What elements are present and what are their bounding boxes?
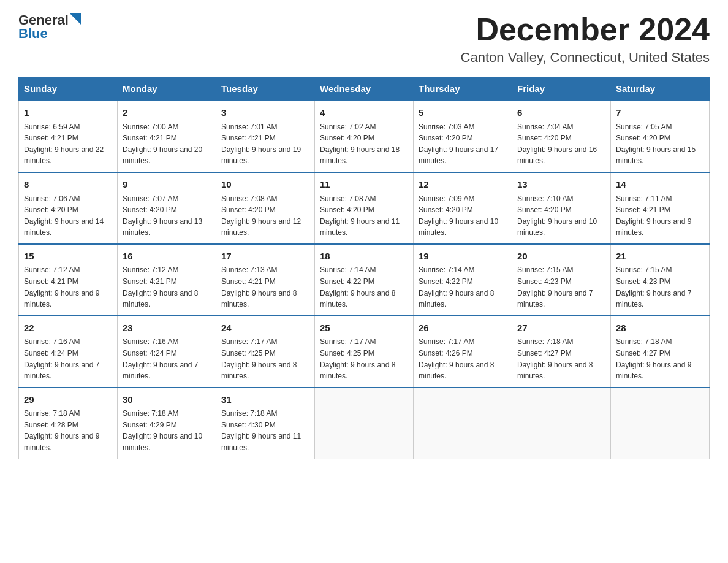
day-number: 11 xyxy=(320,178,408,192)
day-number: 18 xyxy=(320,250,408,264)
calendar-cell: 11Sunrise: 7:08 AMSunset: 4:20 PMDayligh… xyxy=(315,172,414,244)
day-info: Sunrise: 7:18 AMSunset: 4:29 PMDaylight:… xyxy=(123,408,211,453)
day-info: Sunrise: 7:18 AMSunset: 4:28 PMDaylight:… xyxy=(24,408,112,453)
day-number: 15 xyxy=(24,250,112,264)
calendar-cell: 7Sunrise: 7:05 AMSunset: 4:20 PMDaylight… xyxy=(611,101,710,172)
calendar-cell: 21Sunrise: 7:15 AMSunset: 4:23 PMDayligh… xyxy=(611,244,710,316)
calendar-cell: 31Sunrise: 7:18 AMSunset: 4:30 PMDayligh… xyxy=(216,388,315,459)
calendar-cell: 27Sunrise: 7:18 AMSunset: 4:27 PMDayligh… xyxy=(512,316,611,388)
calendar-cell: 2Sunrise: 7:00 AMSunset: 4:21 PMDaylight… xyxy=(118,101,216,172)
day-info: Sunrise: 7:17 AMSunset: 4:26 PMDaylight:… xyxy=(419,336,507,381)
calendar-cell: 25Sunrise: 7:17 AMSunset: 4:25 PMDayligh… xyxy=(315,316,414,388)
day-number: 6 xyxy=(517,106,605,120)
calendar-cell: 23Sunrise: 7:16 AMSunset: 4:24 PMDayligh… xyxy=(118,316,216,388)
day-info: Sunrise: 7:11 AMSunset: 4:21 PMDaylight:… xyxy=(616,193,704,239)
day-number: 25 xyxy=(320,321,408,335)
calendar-week-row: 1Sunrise: 6:59 AMSunset: 4:21 PMDaylight… xyxy=(19,101,710,172)
day-info: Sunrise: 7:00 AMSunset: 4:21 PMDaylight:… xyxy=(123,121,211,167)
day-number: 13 xyxy=(517,178,605,192)
day-number: 7 xyxy=(616,106,704,120)
calendar-body: 1Sunrise: 6:59 AMSunset: 4:21 PMDaylight… xyxy=(19,101,710,459)
day-info: Sunrise: 7:14 AMSunset: 4:22 PMDaylight:… xyxy=(419,264,507,310)
calendar-cell: 29Sunrise: 7:18 AMSunset: 4:28 PMDayligh… xyxy=(19,388,118,459)
col-header-saturday: Saturday xyxy=(611,77,710,101)
calendar-cell: 3Sunrise: 7:01 AMSunset: 4:21 PMDaylight… xyxy=(216,101,315,172)
day-number: 10 xyxy=(221,178,309,192)
calendar-cell xyxy=(315,388,414,459)
calendar-cell: 19Sunrise: 7:14 AMSunset: 4:22 PMDayligh… xyxy=(414,244,512,316)
day-info: Sunrise: 7:17 AMSunset: 4:25 PMDaylight:… xyxy=(320,336,408,381)
day-number: 17 xyxy=(221,250,309,264)
day-number: 22 xyxy=(24,321,112,335)
location-title: Canton Valley, Connecticut, United State… xyxy=(461,50,710,66)
logo-blue-text: Blue xyxy=(18,26,48,41)
day-number: 16 xyxy=(123,250,211,264)
day-number: 21 xyxy=(616,250,704,264)
day-info: Sunrise: 7:13 AMSunset: 4:21 PMDaylight:… xyxy=(221,264,309,310)
day-number: 9 xyxy=(123,178,211,192)
calendar-cell: 30Sunrise: 7:18 AMSunset: 4:29 PMDayligh… xyxy=(118,388,216,459)
day-number: 14 xyxy=(616,178,704,192)
calendar-cell xyxy=(512,388,611,459)
day-number: 4 xyxy=(320,106,408,120)
day-info: Sunrise: 7:04 AMSunset: 4:20 PMDaylight:… xyxy=(517,121,605,167)
day-info: Sunrise: 7:15 AMSunset: 4:23 PMDaylight:… xyxy=(517,264,605,310)
calendar-cell: 1Sunrise: 6:59 AMSunset: 4:21 PMDaylight… xyxy=(19,101,118,172)
day-number: 2 xyxy=(123,106,211,120)
calendar-week-row: 15Sunrise: 7:12 AMSunset: 4:21 PMDayligh… xyxy=(19,244,710,316)
day-info: Sunrise: 7:05 AMSunset: 4:20 PMDaylight:… xyxy=(616,121,704,167)
day-number: 28 xyxy=(616,321,704,335)
day-info: Sunrise: 7:18 AMSunset: 4:27 PMDaylight:… xyxy=(517,336,605,381)
calendar-week-row: 29Sunrise: 7:18 AMSunset: 4:28 PMDayligh… xyxy=(19,388,710,459)
day-info: Sunrise: 7:01 AMSunset: 4:21 PMDaylight:… xyxy=(221,121,309,167)
day-number: 27 xyxy=(517,321,605,335)
day-info: Sunrise: 7:08 AMSunset: 4:20 PMDaylight:… xyxy=(221,193,309,239)
day-info: Sunrise: 7:07 AMSunset: 4:20 PMDaylight:… xyxy=(123,193,211,239)
day-number: 1 xyxy=(24,106,112,120)
day-info: Sunrise: 7:14 AMSunset: 4:22 PMDaylight:… xyxy=(320,264,408,310)
day-info: Sunrise: 7:12 AMSunset: 4:21 PMDaylight:… xyxy=(123,264,211,310)
day-info: Sunrise: 7:18 AMSunset: 4:30 PMDaylight:… xyxy=(221,408,309,453)
day-number: 26 xyxy=(419,321,507,335)
calendar-cell: 5Sunrise: 7:03 AMSunset: 4:20 PMDaylight… xyxy=(414,101,512,172)
calendar-cell: 8Sunrise: 7:06 AMSunset: 4:20 PMDaylight… xyxy=(19,172,118,244)
day-info: Sunrise: 7:17 AMSunset: 4:25 PMDaylight:… xyxy=(221,336,309,381)
day-info: Sunrise: 7:16 AMSunset: 4:24 PMDaylight:… xyxy=(123,336,211,381)
day-info: Sunrise: 7:16 AMSunset: 4:24 PMDaylight:… xyxy=(24,336,112,381)
day-number: 12 xyxy=(419,178,507,192)
day-number: 24 xyxy=(221,321,309,335)
logo: General Blue xyxy=(18,12,82,42)
calendar-table: SundayMondayTuesdayWednesdayThursdayFrid… xyxy=(18,77,710,459)
day-number: 19 xyxy=(419,250,507,264)
day-info: Sunrise: 7:08 AMSunset: 4:20 PMDaylight:… xyxy=(320,193,408,239)
calendar-header-row: SundayMondayTuesdayWednesdayThursdayFrid… xyxy=(19,77,710,101)
calendar-cell: 20Sunrise: 7:15 AMSunset: 4:23 PMDayligh… xyxy=(512,244,611,316)
calendar-cell: 14Sunrise: 7:11 AMSunset: 4:21 PMDayligh… xyxy=(611,172,710,244)
col-header-thursday: Thursday xyxy=(414,77,512,101)
calendar-cell: 22Sunrise: 7:16 AMSunset: 4:24 PMDayligh… xyxy=(19,316,118,388)
calendar-cell: 24Sunrise: 7:17 AMSunset: 4:25 PMDayligh… xyxy=(216,316,315,388)
calendar-cell: 12Sunrise: 7:09 AMSunset: 4:20 PMDayligh… xyxy=(414,172,512,244)
day-number: 20 xyxy=(517,250,605,264)
day-number: 29 xyxy=(24,393,112,407)
day-info: Sunrise: 7:02 AMSunset: 4:20 PMDaylight:… xyxy=(320,121,408,167)
day-info: Sunrise: 7:15 AMSunset: 4:23 PMDaylight:… xyxy=(616,264,704,310)
header: General Blue December 2024 Canton Valley… xyxy=(18,12,710,66)
calendar-cell: 15Sunrise: 7:12 AMSunset: 4:21 PMDayligh… xyxy=(19,244,118,316)
col-header-friday: Friday xyxy=(512,77,611,101)
day-number: 30 xyxy=(123,393,211,407)
day-number: 3 xyxy=(221,106,309,120)
calendar-cell: 26Sunrise: 7:17 AMSunset: 4:26 PMDayligh… xyxy=(414,316,512,388)
day-info: Sunrise: 7:06 AMSunset: 4:20 PMDaylight:… xyxy=(24,193,112,239)
calendar-cell: 9Sunrise: 7:07 AMSunset: 4:20 PMDaylight… xyxy=(118,172,216,244)
col-header-sunday: Sunday xyxy=(19,77,118,101)
calendar-cell: 4Sunrise: 7:02 AMSunset: 4:20 PMDaylight… xyxy=(315,101,414,172)
month-title: December 2024 xyxy=(461,12,710,47)
col-header-tuesday: Tuesday xyxy=(216,77,315,101)
calendar-cell: 16Sunrise: 7:12 AMSunset: 4:21 PMDayligh… xyxy=(118,244,216,316)
col-header-wednesday: Wednesday xyxy=(315,77,414,101)
calendar-cell: 17Sunrise: 7:13 AMSunset: 4:21 PMDayligh… xyxy=(216,244,315,316)
calendar-cell: 6Sunrise: 7:04 AMSunset: 4:20 PMDaylight… xyxy=(512,101,611,172)
title-area: December 2024 Canton Valley, Connecticut… xyxy=(461,12,710,66)
svg-marker-0 xyxy=(70,13,81,25)
